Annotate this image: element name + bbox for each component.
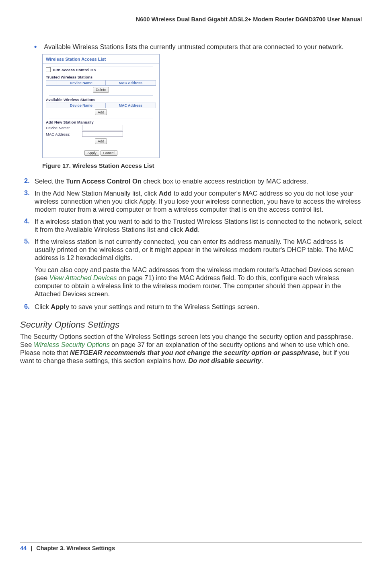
cancel-button[interactable]: Cancel xyxy=(101,150,117,156)
trusted-table: Device NameMAC Address xyxy=(46,80,156,86)
step-3: 3. In the Add New Station Manually list,… xyxy=(24,189,362,213)
step-4: 4. If a wireless station that you want t… xyxy=(24,217,362,233)
apply-button[interactable]: Apply xyxy=(84,150,99,156)
mac-address-input[interactable] xyxy=(82,131,123,137)
trusted-section-label: Trusted Wireless Stations xyxy=(46,75,156,79)
chapter-label: Chapter 3. Wireless Settings xyxy=(36,545,115,551)
page-header: N600 Wireless Dual Band Gigabit ADSL2+ M… xyxy=(20,16,362,23)
available-table: Device NameMAC Address xyxy=(46,103,156,108)
step-5-extra: You can also copy and paste the MAC addr… xyxy=(35,266,362,298)
checkbox-label: Turn Access Control On xyxy=(52,68,96,72)
subsection-body: The Security Options section of the Wire… xyxy=(20,332,362,365)
step-6: 6. Click Apply to save your settings and… xyxy=(24,303,362,311)
device-name-input[interactable] xyxy=(82,125,123,130)
delete-button[interactable]: Delete xyxy=(93,87,109,93)
ui-title: Wireless Station Access List xyxy=(43,54,159,64)
device-name-label: Device Name: xyxy=(46,126,82,130)
bullet-text: Available Wireless Stations lists the cu… xyxy=(44,43,343,51)
add-available-button[interactable]: Add xyxy=(95,109,107,115)
page-number: 44 xyxy=(20,545,27,551)
figure-caption: Figure 17. Wireless Station Access List xyxy=(42,162,362,169)
add-manual-button[interactable]: Add xyxy=(95,138,107,144)
security-options-section: Security Options Settings The Security O… xyxy=(20,320,362,365)
view-attached-devices-link[interactable]: View Attached Devices xyxy=(49,274,117,281)
subsection-title: Security Options Settings xyxy=(20,320,362,330)
bullet-icon: • xyxy=(34,43,37,51)
wireless-security-options-link[interactable]: Wireless Security Options xyxy=(34,341,110,348)
turn-access-control-checkbox[interactable] xyxy=(46,67,51,72)
mac-address-label: MAC Address: xyxy=(46,132,82,136)
step-2: 2. Select the Turn Access Control On che… xyxy=(24,177,362,185)
page-footer: 44 | Chapter 3. Wireless Settings xyxy=(20,542,362,551)
access-list-screenshot: Wireless Station Access List Turn Access… xyxy=(42,54,160,158)
bullet-item: • Available Wireless Stations lists the … xyxy=(34,43,362,51)
manual-section-label: Add New Station Manually xyxy=(46,120,156,124)
available-section-label: Available Wireless Stations xyxy=(46,97,156,102)
step-5: 5. If the wireless station is not curren… xyxy=(24,237,362,262)
